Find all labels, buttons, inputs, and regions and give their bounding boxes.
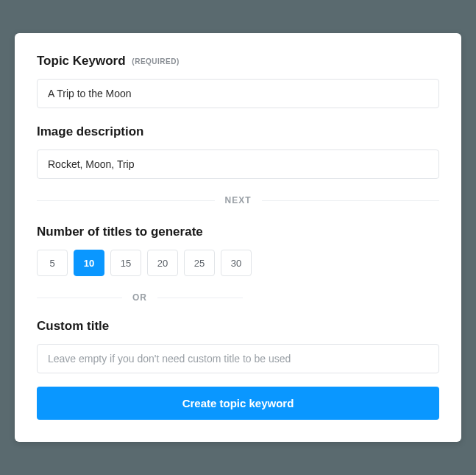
topic-keyword-label-text: Topic Keyword bbox=[37, 54, 126, 68]
titles-count-option-15[interactable]: 15 bbox=[110, 250, 141, 276]
titles-count-option-30[interactable]: 30 bbox=[221, 250, 252, 276]
divider-next-text: NEXT bbox=[215, 195, 262, 205]
custom-title-label: Custom title bbox=[37, 319, 439, 334]
titles-count-option-5[interactable]: 5 bbox=[37, 250, 68, 276]
divider-or: OR bbox=[37, 292, 243, 303]
topic-keyword-label: Topic Keyword (REQUIRED) bbox=[37, 54, 439, 68]
custom-title-input[interactable] bbox=[37, 344, 439, 373]
divider-next: NEXT bbox=[37, 195, 439, 205]
titles-count-label: Number of titles to generate bbox=[37, 225, 439, 239]
image-description-input[interactable] bbox=[37, 149, 439, 179]
titles-count-option-20[interactable]: 20 bbox=[147, 250, 178, 276]
form-card: Topic Keyword (REQUIRED) Image descripti… bbox=[15, 33, 461, 442]
image-description-group: Image description bbox=[37, 124, 439, 179]
image-description-label: Image description bbox=[37, 124, 439, 139]
custom-title-group: Custom title bbox=[37, 319, 439, 373]
topic-keyword-input[interactable] bbox=[37, 79, 439, 108]
create-topic-keyword-button[interactable]: Create topic keyword bbox=[37, 387, 439, 420]
titles-count-option-10[interactable]: 10 bbox=[74, 250, 104, 276]
titles-count-option-25[interactable]: 25 bbox=[184, 250, 215, 276]
topic-keyword-group: Topic Keyword (REQUIRED) bbox=[37, 54, 439, 108]
divider-or-text: OR bbox=[122, 292, 157, 303]
required-tag: (REQUIRED) bbox=[132, 57, 179, 66]
titles-count-options: 51015202530 bbox=[37, 250, 439, 276]
titles-count-group: Number of titles to generate 51015202530 bbox=[37, 225, 439, 276]
